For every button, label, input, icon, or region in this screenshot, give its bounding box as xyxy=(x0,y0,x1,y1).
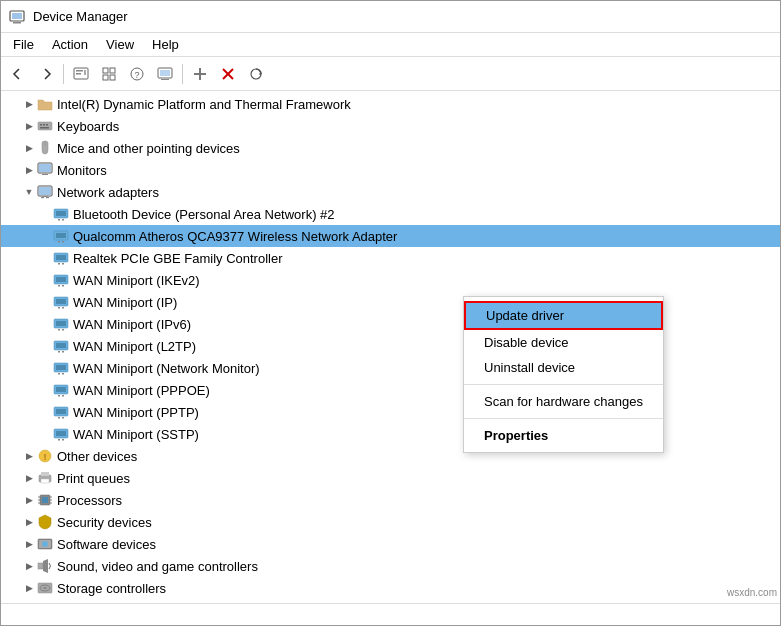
title-bar: Device Manager xyxy=(1,1,780,33)
tree-item-wan1[interactable]: WAN Miniport (IKEv2) xyxy=(1,269,780,291)
expand-icon-wan1[interactable] xyxy=(37,272,53,288)
item-label-wan2: WAN Miniport (IP) xyxy=(73,295,177,310)
tree-item-mice[interactable]: ▶ Mice and other pointing devices xyxy=(1,137,780,159)
toolbar-sep-2 xyxy=(182,64,183,84)
expand-icon-storage[interactable]: ▶ xyxy=(21,580,37,596)
svg-rect-53 xyxy=(56,299,66,304)
svg-rect-79 xyxy=(62,439,64,441)
item-icon-keyboards xyxy=(37,118,53,134)
item-label-wan6: WAN Miniport (PPPOE) xyxy=(73,383,210,398)
tree-item-software[interactable]: ▶ Software devices xyxy=(1,533,780,555)
svg-rect-54 xyxy=(58,307,60,309)
item-label-wan8: WAN Miniport (SSTP) xyxy=(73,427,199,442)
item-icon-intel xyxy=(37,96,53,112)
expand-icon-monitors[interactable]: ▶ xyxy=(21,162,37,178)
expand-icon-wan3[interactable] xyxy=(37,316,53,332)
item-label-sound: Sound, video and game controllers xyxy=(57,559,258,574)
tree-item-realtek[interactable]: Realtek PCIe GBE Family Controller xyxy=(1,247,780,269)
toolbar-btn-remove[interactable] xyxy=(215,61,241,87)
item-label-qualcomm: Qualcomm Atheros QCA9377 Wireless Networ… xyxy=(73,229,397,244)
item-label-wan3: WAN Miniport (IPv6) xyxy=(73,317,191,332)
tree-item-sound[interactable]: ▶ Sound, video and game controllers xyxy=(1,555,780,577)
item-label-software: Software devices xyxy=(57,537,156,552)
expand-icon-realtek[interactable] xyxy=(37,250,53,266)
tree-item-keyboards[interactable]: ▶ Keyboards xyxy=(1,115,780,137)
toolbar-btn-view[interactable] xyxy=(96,61,122,87)
expand-icon-mice[interactable]: ▶ xyxy=(21,140,37,156)
item-label-print: Print queues xyxy=(57,471,130,486)
item-label-wan4: WAN Miniport (L2TP) xyxy=(73,339,196,354)
svg-rect-47 xyxy=(62,263,64,265)
toolbar-btn-scan[interactable] xyxy=(152,61,178,87)
expand-icon-qualcomm[interactable] xyxy=(37,228,53,244)
svg-rect-22 xyxy=(38,122,52,130)
expand-icon-intel[interactable]: ▶ xyxy=(21,96,37,112)
svg-rect-25 xyxy=(46,124,48,126)
tree-item-security[interactable]: ▶ Security devices xyxy=(1,511,780,533)
context-menu-item-disable[interactable]: Disable device xyxy=(464,330,663,355)
svg-rect-38 xyxy=(58,219,60,221)
svg-rect-9 xyxy=(103,75,108,80)
expand-icon-processors[interactable]: ▶ xyxy=(21,492,37,508)
expand-icon-wan2[interactable] xyxy=(37,294,53,310)
item-label-other: Other devices xyxy=(57,449,137,464)
tree-item-bluetooth[interactable]: Bluetooth Device (Personal Area Network)… xyxy=(1,203,780,225)
expand-icon-print[interactable]: ▶ xyxy=(21,470,37,486)
menu-file[interactable]: File xyxy=(5,35,42,54)
expand-icon-wan6[interactable] xyxy=(37,382,53,398)
svg-rect-26 xyxy=(40,127,49,129)
item-icon-software xyxy=(37,536,53,552)
watermark: wsxdn.com xyxy=(727,587,777,598)
tree-item-print[interactable]: ▶ Print queues xyxy=(1,467,780,489)
svg-rect-1 xyxy=(13,22,21,24)
tree-item-processors[interactable]: ▶ Processors xyxy=(1,489,780,511)
expand-icon-sound[interactable]: ▶ xyxy=(21,558,37,574)
back-button[interactable] xyxy=(5,61,31,87)
toolbar-btn-help[interactable]: ? xyxy=(124,61,150,87)
svg-rect-8 xyxy=(110,68,115,73)
svg-rect-41 xyxy=(56,233,66,238)
svg-rect-83 xyxy=(41,472,49,476)
expand-icon-security[interactable]: ▶ xyxy=(21,514,37,530)
tree-item-network[interactable]: ▼ Network adapters xyxy=(1,181,780,203)
toolbar-btn-add[interactable] xyxy=(187,61,213,87)
expand-icon-wan7[interactable] xyxy=(37,404,53,420)
svg-rect-96 xyxy=(38,563,43,569)
expand-icon-software[interactable]: ▶ xyxy=(21,536,37,552)
item-label-intel: Intel(R) Dynamic Platform and Thermal Fr… xyxy=(57,97,351,112)
expand-icon-wan8[interactable] xyxy=(37,426,53,442)
item-icon-wan8 xyxy=(53,426,69,442)
svg-rect-73 xyxy=(56,409,66,414)
menu-view[interactable]: View xyxy=(98,35,142,54)
expand-icon-wan4[interactable] xyxy=(37,338,53,354)
svg-rect-43 xyxy=(62,241,64,243)
expand-icon-network[interactable]: ▼ xyxy=(21,184,37,200)
svg-rect-14 xyxy=(160,70,170,76)
context-menu-separator xyxy=(464,418,663,419)
item-icon-wan4 xyxy=(53,338,69,354)
svg-rect-2 xyxy=(12,13,22,19)
expand-icon-wan5[interactable] xyxy=(37,360,53,376)
context-menu-item-scan[interactable]: Scan for hardware changes xyxy=(464,389,663,414)
context-menu-item-update[interactable]: Update driver xyxy=(464,301,663,330)
item-icon-other: ! xyxy=(37,448,53,464)
svg-rect-49 xyxy=(56,277,66,282)
svg-rect-7 xyxy=(103,68,108,73)
context-menu-item-uninstall[interactable]: Uninstall device xyxy=(464,355,663,380)
expand-icon-other[interactable]: ▶ xyxy=(21,448,37,464)
svg-rect-75 xyxy=(62,417,64,419)
expand-icon-bluetooth[interactable] xyxy=(37,206,53,222)
tree-item-qualcomm[interactable]: Qualcomm Atheros QCA9377 Wireless Networ… xyxy=(1,225,780,247)
tree-item-storage[interactable]: ▶ Storage controllers xyxy=(1,577,780,599)
context-menu-item-properties[interactable]: Properties xyxy=(464,423,663,448)
tree-item-intel[interactable]: ▶ Intel(R) Dynamic Platform and Thermal … xyxy=(1,93,780,115)
item-icon-mice xyxy=(37,140,53,156)
toolbar-btn-properties[interactable] xyxy=(68,61,94,87)
menu-action[interactable]: Action xyxy=(44,35,96,54)
toolbar-btn-refresh[interactable] xyxy=(243,61,269,87)
tree-item-monitors[interactable]: ▶ Monitors xyxy=(1,159,780,181)
menu-help[interactable]: Help xyxy=(144,35,187,54)
svg-rect-57 xyxy=(56,321,66,326)
expand-icon-keyboards[interactable]: ▶ xyxy=(21,118,37,134)
forward-button[interactable] xyxy=(33,61,59,87)
